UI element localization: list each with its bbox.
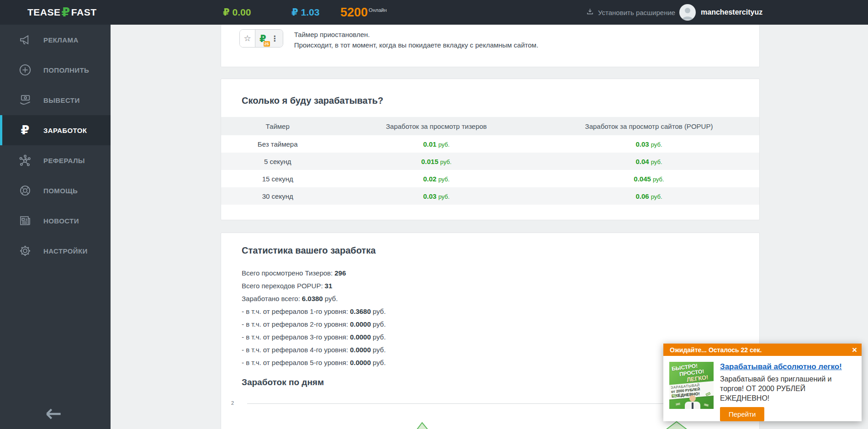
sidebar-item-label: ПОМОЩЬ: [43, 187, 78, 195]
teaser-cell: 0.02руб.: [334, 170, 539, 187]
timer-paused-line2: Происходит, в тот момент, когда вы покид…: [294, 40, 539, 50]
online-counter: 5200 Онлайн: [340, 6, 386, 19]
teaser-cell: 0.03руб.: [334, 187, 539, 205]
earnings-rates-card: Сколько я буду зарабатывать? Таймер Зара…: [221, 79, 760, 220]
ad-popup: Ожидайте... Осталось 22 сек. × БЫСТРО! П…: [663, 344, 862, 421]
username: manchestercityuz: [701, 8, 762, 16]
sidebar-item-label: НАСТРОЙКИ: [43, 247, 88, 255]
popup-cell: 0.06руб.: [539, 187, 759, 205]
timer-cell: 5 секунд: [221, 153, 334, 170]
sidebar-item-reklama[interactable]: РЕКЛАМА: [0, 25, 111, 55]
network-icon: [17, 153, 33, 168]
gear-icon: [17, 244, 33, 258]
extension-notice-card: ☆ ₽ 25 ⋮ Таймер приостановлен. Происходи…: [221, 25, 760, 67]
newspaper-icon: [17, 213, 33, 228]
sidebar: РЕКЛАМА ПОПОЛНИТЬ ВЫВЕСТИ ₽ ЗАРАБОТОК РЕ…: [0, 25, 111, 429]
earn-balance: ₽ 1.03: [291, 7, 319, 18]
install-extension-label: Установить расширение: [598, 9, 675, 16]
online-label: Онлайн: [369, 7, 386, 13]
sidebar-item-label: ПОПОЛНИТЬ: [43, 66, 89, 74]
sidebar-item-zarabotok[interactable]: ₽ ЗАРАБОТОК: [0, 115, 111, 145]
sidebar-item-label: РЕФЕРАЛЫ: [43, 157, 85, 164]
stat-line: - в т.ч. от рефералов 1-го уровня:0.3680…: [242, 305, 759, 318]
advert-balance: ₽ 0.00: [223, 7, 251, 18]
avatar: [679, 4, 696, 21]
sidebar-item-nastroyki[interactable]: НАСТРОЙКИ: [0, 236, 111, 266]
cash-hand-icon: [17, 93, 33, 107]
table-row: 5 секунд 0.015руб. 0.04руб.: [221, 153, 759, 170]
sidebar-item-referaly[interactable]: РЕФЕРАЛЫ: [0, 145, 111, 175]
popup-cell: 0.04руб.: [539, 153, 759, 170]
stat-line: Заработано всего:6.0380руб.: [242, 292, 759, 305]
megaphone-icon: [17, 32, 33, 47]
extension-badge: 25: [264, 41, 270, 47]
extension-ruble-icon: ₽ 25: [259, 34, 266, 43]
logo-text-2: FAST: [71, 7, 97, 18]
timer-cell: 30 секунд: [221, 187, 334, 205]
ad-description: Зарабатывай без приглашений и торгов! ОТ…: [720, 374, 856, 403]
collapse-sidebar-button[interactable]: [44, 407, 62, 423]
sidebar-item-popolnit[interactable]: ПОПОЛНИТЬ: [0, 55, 111, 85]
stat-line: Всего просмотрено Тизеров:296: [242, 267, 759, 280]
sidebar-item-label: НОВОСТИ: [43, 217, 79, 225]
table-row: 15 секунд 0.02руб. 0.045руб.: [221, 170, 759, 187]
popup-cell: 0.03руб.: [539, 135, 759, 153]
ruble-icon: ₽: [17, 123, 33, 138]
money-bill-decoration: [704, 403, 709, 407]
table-header-row: Таймер Заработок за просмотр тизеров Зар…: [221, 117, 759, 135]
ad-thumbnail[interactable]: БЫСТРО! ПРОСТО! ЛЕГКО! ЗАРАБАТЫВАЙ от 20…: [669, 362, 714, 409]
col-timer: Таймер: [221, 117, 334, 135]
timer-cell: 15 секунд: [221, 170, 334, 187]
logo-ruble-icon: ₽: [62, 5, 70, 20]
close-icon[interactable]: ×: [852, 345, 857, 354]
stat-line: - в т.ч. от рефералов 3-го уровня:0.0000…: [242, 331, 759, 344]
col-teaser-earn: Заработок за просмотр тизеров: [334, 117, 539, 135]
table-row: Без таймера 0.01руб. 0.03руб.: [221, 135, 759, 153]
sidebar-item-label: ВЫВЕСТИ: [43, 96, 80, 104]
download-icon: [586, 8, 594, 17]
money-bill-decoration: [676, 403, 681, 406]
sidebar-item-label: ЗАРАБОТОК: [43, 127, 87, 134]
sidebar-item-pomosch[interactable]: ПОМОЩЬ: [0, 175, 111, 206]
timer-paused-note: Таймер приостановлен. Происходит, в тот …: [294, 28, 539, 50]
earnings-card-title: Сколько я буду зарабатывать?: [242, 95, 759, 106]
plus-circle-icon: [17, 63, 33, 77]
sidebar-item-label: РЕКЛАМА: [43, 36, 79, 44]
online-count: 5200: [340, 6, 368, 19]
sidebar-item-vyvesti[interactable]: ВЫВЕСТИ: [0, 85, 111, 115]
browser-menu-dots-icon: ⋮: [271, 34, 279, 43]
man-head: [689, 395, 696, 402]
install-extension-button[interactable]: Установить расширение: [586, 8, 675, 17]
popup-cell: 0.045руб.: [539, 170, 759, 187]
timer-cell: Без таймера: [221, 135, 334, 153]
earnings-table: Таймер Заработок за просмотр тизеров Зар…: [221, 117, 759, 205]
topbar: TEASE₽FAST ₽ 0.00 ₽ 1.03 5200 Онлайн Уст…: [0, 0, 868, 25]
timer-paused-line1: Таймер приостановлен.: [294, 29, 539, 40]
col-popup-earn: Заработок за просмотр сайтов (POPUP): [539, 117, 759, 135]
ad-popup-body: БЫСТРО! ПРОСТО! ЛЕГКО! ЗАРАБАТЫВАЙ от 20…: [663, 356, 862, 421]
lifebuoy-icon: [17, 183, 33, 198]
ad-title-link[interactable]: Зарабатывай абсолютно легко!: [720, 362, 842, 371]
ad-popup-countdown: Ожидайте... Осталось 22 сек.: [670, 346, 762, 354]
stat-line: Всего переходов POPUP:31: [242, 280, 759, 292]
logo-text-1: TEASE: [27, 7, 61, 18]
teaser-cell: 0.01руб.: [334, 135, 539, 153]
statistics-card-title: Статистика вашего заработка: [242, 245, 759, 256]
sidebar-item-novosti[interactable]: НОВОСТИ: [0, 206, 111, 236]
account-menu[interactable]: manchestercityuz: [679, 4, 762, 21]
bookmark-star-icon: ☆: [240, 30, 255, 47]
ad-go-button[interactable]: Перейти: [720, 407, 764, 421]
ad-popup-header: Ожидайте... Осталось 22 сек. ×: [663, 344, 862, 356]
site-logo[interactable]: TEASE₽FAST: [27, 0, 96, 25]
man-tie: [692, 403, 693, 409]
browser-toolbar-mockup: ☆ ₽ 25 ⋮: [239, 29, 283, 48]
stat-line: - в т.ч. от рефералов 2-го уровня:0.0000…: [242, 318, 759, 331]
teaser-cell: 0.015руб.: [334, 153, 539, 170]
table-row: 30 секунд 0.03руб. 0.06руб.: [221, 187, 759, 205]
